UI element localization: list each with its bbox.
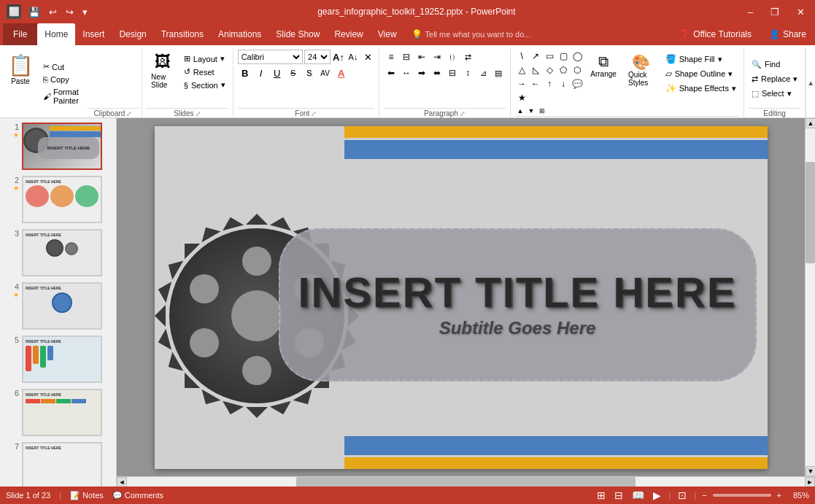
menu-item-slideshow[interactable]: Slide Show (269, 23, 327, 45)
shape-callout[interactable]: 💬 (571, 77, 584, 90)
shape-arrow[interactable]: ↗ (529, 50, 542, 63)
font-family-selector[interactable]: Calibri (238, 50, 303, 64)
align-text-button[interactable]: ▤ (491, 66, 506, 80)
slide-thumb-6[interactable]: 6 INSERT TITLE HERE (1, 387, 115, 438)
menu-item-file[interactable]: File (3, 23, 37, 45)
smartart-button[interactable]: ⟮⟯ (445, 50, 460, 64)
slide-thumb-img-3[interactable]: INSERT TITLE HERE (22, 229, 102, 276)
align-right-button[interactable]: ➡ (414, 66, 429, 80)
font-size-selector[interactable]: 24 (304, 50, 331, 64)
replace-button[interactable]: ⇄ Replace ▾ (749, 73, 800, 85)
slide-thumb-img-7[interactable]: INSERT TITLE HERE (22, 442, 102, 486)
slide-sorter-button[interactable]: ⊟ (613, 488, 625, 503)
ribbon-collapse-button[interactable]: ▲ (806, 48, 815, 117)
title-box[interactable]: INSERT TITLE HERE Subtitle Goes Here (279, 228, 757, 381)
slide-thumb-2[interactable]: 2 ★ INSERT TITLE HERE (1, 174, 115, 225)
minimize-button[interactable]: – (743, 5, 757, 19)
h-scroll-track[interactable] (127, 477, 805, 487)
shape-rounded-rect[interactable]: ▢ (557, 50, 570, 63)
shape-effects-button[interactable]: ✨ Shape Effects ▾ (663, 82, 739, 95)
shape-triangle[interactable]: △ (515, 63, 528, 77)
font-color-button[interactable]: A (334, 66, 349, 80)
slide-thumb-3[interactable]: 3 INSERT TITLE HERE (1, 228, 115, 278)
shape-pentagon[interactable]: ⬠ (557, 63, 570, 77)
slide-thumb-img-5[interactable]: INSERT TITLE HERE (22, 336, 102, 383)
font-expand-icon[interactable]: ⤢ (311, 110, 317, 117)
numbered-list-button[interactable]: ⊟ (399, 50, 414, 64)
slideshow-button[interactable]: ▶ (652, 488, 663, 503)
shapes-scroll-down[interactable]: ▼ (526, 106, 536, 116)
shape-down-arrow[interactable]: ↓ (557, 77, 570, 90)
shape-up-arrow[interactable]: ↑ (543, 77, 556, 90)
columns-button[interactable]: ⊟ (445, 66, 460, 80)
find-button[interactable]: 🔍 Find (749, 58, 800, 71)
quick-styles-button[interactable]: 🎨 Quick Styles (623, 50, 660, 90)
shape-left-arrow[interactable]: ← (529, 77, 542, 90)
increase-indent-button[interactable]: ⇥ (430, 50, 444, 64)
menu-item-home[interactable]: Home (37, 23, 75, 45)
section-button[interactable]: § Section ▾ (181, 79, 228, 91)
reading-view-button[interactable]: 📖 (630, 488, 646, 503)
undo-button[interactable]: ↩ (47, 5, 59, 19)
h-scroll-thumb[interactable] (296, 477, 636, 487)
bold-button[interactable]: B (238, 66, 252, 80)
zoom-slider[interactable] (713, 494, 771, 497)
arrange-button[interactable]: ⧉ Arrange (587, 50, 620, 82)
paragraph-expand-icon[interactable]: ⤢ (460, 110, 466, 117)
grow-font-button[interactable]: A↑ (332, 50, 345, 64)
comments-button[interactable]: 💬 Comments (112, 491, 163, 500)
scroll-up-button[interactable]: ▲ (806, 118, 815, 128)
menu-item-view[interactable]: View (371, 23, 404, 45)
shape-right-triangle[interactable]: ◺ (529, 63, 542, 77)
text-direction-button[interactable]: ⊿ (476, 66, 490, 80)
underline-button[interactable]: U (270, 66, 285, 80)
shape-circle[interactable]: ◯ (571, 50, 584, 63)
shrink-font-button[interactable]: A↓ (347, 50, 360, 64)
decrease-indent-button[interactable]: ⇤ (414, 50, 429, 64)
cut-button[interactable]: ✂ Cut (41, 61, 85, 73)
char-spacing-button[interactable]: AV (318, 66, 333, 80)
scroll-down-button[interactable]: ▼ (806, 466, 815, 476)
slide-thumb-img-6[interactable]: INSERT TITLE HERE (22, 389, 102, 436)
menu-item-review[interactable]: Review (327, 23, 370, 45)
format-painter-button[interactable]: 🖌 Format Painter (41, 86, 85, 106)
justify-button[interactable]: ⬌ (430, 66, 444, 80)
line-spacing-button[interactable]: ↕ (460, 66, 475, 80)
v-scroll-thumb[interactable] (806, 162, 815, 263)
shape-line[interactable]: \ (515, 50, 528, 63)
slide-thumb-img-2[interactable]: INSERT TITLE HERE (22, 176, 102, 223)
slide-thumb-4[interactable]: 4 ★ INSERT TITLE HERE (1, 281, 115, 331)
italic-button[interactable]: I (254, 66, 269, 80)
shape-rect[interactable]: ▭ (543, 50, 556, 63)
reset-button[interactable]: ↺ Reset (181, 66, 228, 78)
slide-thumb-7[interactable]: 7 INSERT TITLE HERE (1, 441, 115, 486)
shape-diamond[interactable]: ◇ (543, 63, 556, 77)
align-left-button[interactable]: ⬅ (384, 66, 398, 80)
shape-fill-button[interactable]: 🪣 Shape Fill ▾ (663, 53, 739, 66)
save-button[interactable]: 💾 (26, 5, 42, 19)
shape-star[interactable]: ★ (515, 91, 528, 104)
slide-thumb-img-4[interactable]: INSERT TITLE HERE (22, 282, 102, 330)
clear-format-button[interactable]: ✕ (361, 50, 374, 64)
layout-button[interactable]: ⊞ Layout ▾ (181, 53, 228, 65)
slide-subtitle[interactable]: Subtitle Goes Here (439, 318, 596, 338)
shapes-more[interactable]: ⊞ (537, 106, 547, 116)
menu-item-design[interactable]: Design (112, 23, 153, 45)
strikethrough-button[interactable]: S (286, 66, 301, 80)
slide-thumb-1[interactable]: 1 ★ INSERT TITLE HERE (1, 121, 115, 171)
canvas-area[interactable]: INSERT TITLE HERE Subtitle Goes Here (117, 118, 805, 476)
fit-slide-button[interactable]: ⊡ (676, 488, 688, 503)
slide-thumb-5[interactable]: 5 INSERT TITLE HERE (1, 334, 115, 384)
redo-button[interactable]: ↪ (63, 5, 76, 19)
close-button[interactable]: ✕ (792, 5, 809, 19)
clipboard-expand-icon[interactable]: ⤢ (126, 110, 132, 117)
shape-right-arrow[interactable]: → (515, 77, 528, 90)
notes-button[interactable]: 📝 Notes (70, 491, 104, 500)
zoom-minus[interactable]: − (702, 491, 706, 500)
v-scroll-track[interactable] (806, 128, 815, 466)
shapes-scroll-up[interactable]: ▲ (515, 106, 525, 116)
menu-item-animations[interactable]: Animations (211, 23, 269, 45)
normal-view-button[interactable]: ⊞ (595, 488, 607, 503)
office-tutorials-link[interactable]: ❓ Office Tutorials (673, 26, 757, 42)
new-slide-button[interactable]: 🖼 New Slide (147, 50, 179, 92)
